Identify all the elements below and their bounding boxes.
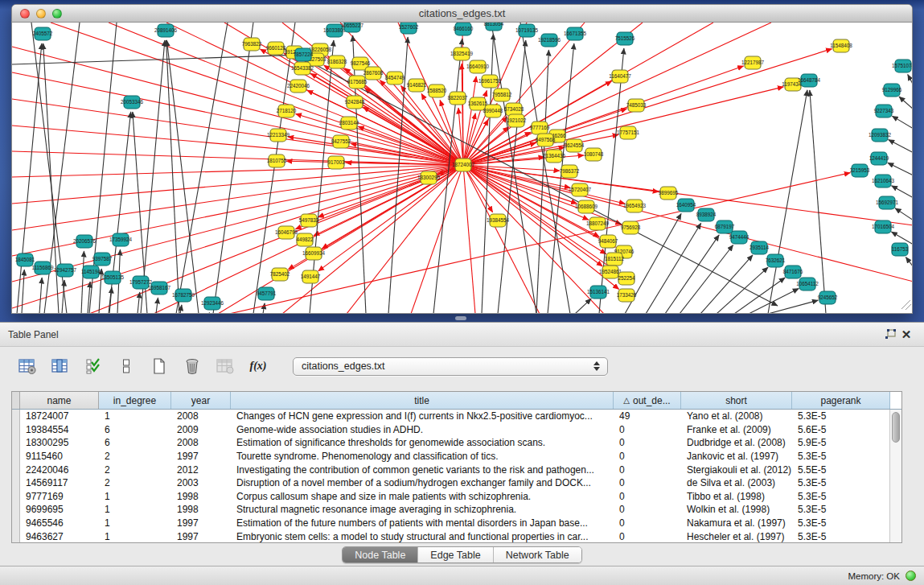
graph-node[interactable]: 8822037 [448,92,468,105]
graph-node[interactable]: 9397587 [92,253,113,266]
minimize-window-button[interactable] [36,9,46,19]
column-header-title[interactable]: title [231,392,614,409]
graph-node[interactable]: 10688609 [575,200,598,213]
table-cell[interactable]: Estimation of significance thresholds fo… [231,437,614,448]
table-cell[interactable]: Franke et al. (2009) [681,424,792,435]
table-cell[interactable]: 14569117 [20,477,99,488]
graph-node[interactable]: 1145194 [81,266,101,278]
graph-node[interactable]: 9756928 [621,221,641,234]
table-cell[interactable]: 5.9E-5 [792,437,890,448]
graph-node[interactable]: 10654112 [796,278,819,290]
table-cell[interactable]: Stergiakouli et al. (2012) [681,464,792,476]
scrollbar-thumb[interactable] [892,412,900,443]
delete-column-icon[interactable] [181,355,203,377]
graph-node[interactable]: 12213349 [267,129,290,142]
zoom-window-button[interactable] [52,9,62,19]
table-cell[interactable]: 2008 [171,437,231,448]
graph-node[interactable]: 18325419 [450,47,474,60]
table-cell[interactable]: 0 [614,424,681,435]
table-row[interactable]: 1830029562008Estimation of significance … [12,436,901,450]
graph-node[interactable]: 2718120 [277,105,297,117]
column-header-out_de[interactable]: △out_de... [614,392,681,409]
table-cell[interactable]: 0 [614,531,681,542]
show-columns-icon[interactable] [49,355,72,377]
graph-node[interactable]: 1815112 [605,253,625,266]
graph-node[interactable]: 9242848 [345,96,365,109]
graph-node[interactable]: 1588520 [427,84,447,97]
table-row[interactable]: 1938455462009Genome-wide association stu… [12,423,901,437]
graph-node[interactable]: 7963822 [242,38,262,51]
graph-node[interactable]: 5497833 [299,214,319,227]
table-cell[interactable]: 1 [99,410,171,422]
table-cell[interactable]: 2008 [171,410,231,422]
tab-node-table[interactable]: Node Table [343,547,417,562]
graph-node[interactable]: 1244419 [869,152,889,165]
graph-node[interactable]: 9777169 [530,122,550,134]
graph-node[interactable]: 11548408 [830,39,852,52]
graph-node[interactable]: 12923446 [201,297,224,310]
network-canvas-svg[interactable]: 1872400779638229660128891295518226058982… [12,23,913,314]
graph-node[interactable]: 22420046 [287,80,310,93]
column-header-in_degree[interactable]: in_degree [99,392,171,409]
memory-status-indicator-icon[interactable] [906,571,916,581]
network-window[interactable]: citations_edges.txt 18724007796382296601… [11,4,913,314]
canvas-resize-grip[interactable] [901,300,911,310]
graph-node[interactable]: 6497568 [536,134,556,146]
graph-node[interactable]: 2867608 [363,67,384,80]
graph-node[interactable]: 8813054 [484,23,504,31]
table-row[interactable]: 946362711997Embryonic stem cells: a mode… [12,529,901,543]
graph-node[interactable]: 9175685 [347,76,368,89]
table-cell[interactable]: 1 [99,517,171,529]
table-cell[interactable]: Estimation of the future numbers of pati… [231,517,614,529]
table-cell[interactable]: 1997 [171,451,231,462]
graph-node[interactable]: 20206576 [73,235,97,248]
table-cell[interactable]: Embryonic stem cells: a model to study s… [231,531,614,542]
table-cell[interactable]: Jankovic et al. (1997) [681,451,792,462]
column-header-year[interactable]: year [171,392,231,409]
table-cell[interactable]: 2012 [171,464,231,476]
table-cell[interactable]: 5.3E-5 [792,491,890,502]
table-cell[interactable]: 9699695 [20,504,99,515]
graph-node[interactable]: 7632621 [766,254,786,267]
table-row[interactable]: 911546021997Tourette syndrome. Phenomeno… [12,450,901,463]
graph-node[interactable]: 16958167 [148,282,171,295]
table-cell[interactable]: Tourette syndrome. Phenomenology and cla… [231,451,614,462]
table-cell[interactable]: 0 [614,477,681,488]
graph-node[interactable]: 9484067 [598,235,618,248]
graph-node[interactable]: 9146821 [407,79,427,92]
column-header-pagerank[interactable]: pagerank [792,392,890,409]
table-row[interactable]: 977716911998Corpus callosum shape and si… [12,490,901,504]
table-cell[interactable]: 5.5E-5 [792,464,890,476]
graph-node[interactable]: 7485033 [626,99,647,112]
float-panel-button[interactable] [882,327,898,343]
graph-node[interactable]: 16961758 [478,75,502,88]
table-row[interactable]: 2242004622012Investigating the contribut… [12,463,901,476]
graph-node[interactable]: 8466160 [454,23,474,35]
tab-network-table[interactable]: Network Table [493,547,581,562]
table-selector-dropdown[interactable]: citations_edges.txt [293,357,608,376]
table-cell[interactable]: 0 [614,464,681,476]
table-cell[interactable]: 0 [614,437,681,448]
graph-node[interactable]: 8186328 [327,56,347,68]
table-cell[interactable]: 1 [99,504,171,515]
table-cell[interactable]: Nakamura et al. (1997) [681,517,792,529]
close-window-button[interactable] [20,9,30,19]
table-cell[interactable]: 9115460 [20,451,99,462]
graph-node[interactable]: 12093832 [869,129,892,142]
graph-node[interactable]: 16210643 [872,175,895,187]
table-cell[interactable]: 2 [99,477,171,488]
table-cell[interactable]: 9777169 [20,491,99,502]
graph-node[interactable]: 16782759 [172,289,195,302]
table-cell[interactable]: 18300295 [20,437,99,448]
network-window-titlebar[interactable]: citations_edges.txt [12,5,912,23]
table-cell[interactable]: 2 [99,464,171,476]
table-cell[interactable]: 18724007 [20,410,99,422]
table-vertical-scrollbar[interactable] [889,410,901,542]
graph-node[interactable]: 11156869 [31,262,54,274]
table-cell[interactable]: 2003 [171,477,231,488]
graph-node[interactable]: 8471676 [783,266,803,278]
graph-node[interactable]: 19384554 [487,214,510,227]
table-cell[interactable]: Corpus callosum shape and size in male p… [231,491,614,502]
graph-node[interactable]: 16640910 [466,60,490,73]
table-cell[interactable]: 5.3E-5 [792,531,890,542]
